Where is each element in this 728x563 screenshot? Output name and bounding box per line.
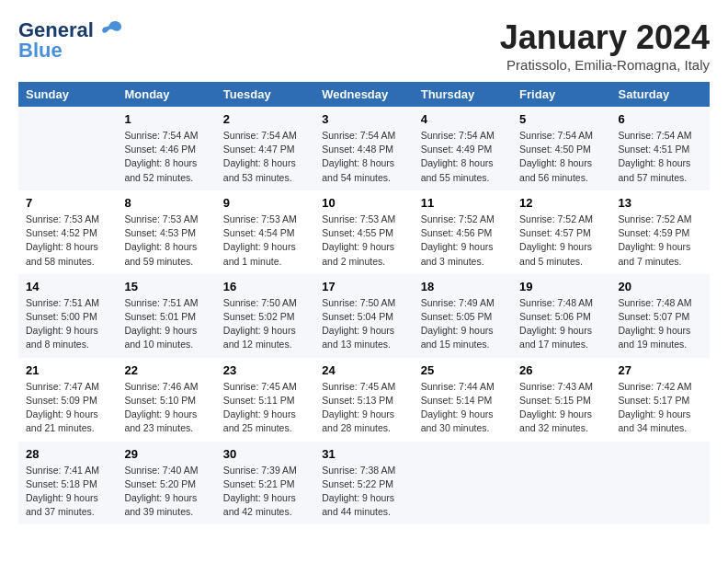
day-info: Sunrise: 7:53 AMSunset: 4:53 PMDaylight:… xyxy=(124,213,208,269)
sunrise-text: Sunrise: 7:42 AM xyxy=(619,381,692,392)
weekday-header-monday: Monday xyxy=(117,82,215,107)
sunrise-text: Sunrise: 7:49 AM xyxy=(421,297,495,308)
day-cell: 5Sunrise: 7:54 AMSunset: 4:50 PMDaylight… xyxy=(512,107,610,190)
week-row-2: 7Sunrise: 7:53 AMSunset: 4:52 PMDaylight… xyxy=(18,190,710,274)
day-info: Sunrise: 7:51 AMSunset: 5:01 PMDaylight:… xyxy=(124,296,208,352)
sunrise-text: Sunrise: 7:54 AM xyxy=(322,130,395,141)
daylight-text: Daylight: 9 hours and 23 minutes. xyxy=(124,408,197,433)
day-number: 8 xyxy=(124,196,208,210)
sunset-text: Sunset: 5:11 PM xyxy=(223,395,295,406)
day-info: Sunrise: 7:53 AMSunset: 4:55 PMDaylight:… xyxy=(322,213,405,269)
sunset-text: Sunset: 4:49 PM xyxy=(421,144,493,155)
daylight-text: Daylight: 9 hours and 12 minutes. xyxy=(223,325,296,350)
sunset-text: Sunset: 5:01 PM xyxy=(124,311,196,322)
sunrise-text: Sunrise: 7:45 AM xyxy=(223,381,297,392)
calendar-subtitle: Pratissolo, Emilia-Romagna, Italy xyxy=(500,57,710,73)
day-number: 27 xyxy=(619,363,702,377)
sunset-text: Sunset: 4:59 PM xyxy=(619,227,690,238)
day-info: Sunrise: 7:40 AMSunset: 5:20 PMDaylight:… xyxy=(124,464,208,520)
day-info: Sunrise: 7:54 AMSunset: 4:47 PMDaylight:… xyxy=(223,129,307,185)
sunrise-text: Sunrise: 7:47 AM xyxy=(26,381,99,392)
daylight-text: Daylight: 9 hours and 34 minutes. xyxy=(619,408,691,433)
day-cell: 7Sunrise: 7:53 AMSunset: 4:52 PMDaylight… xyxy=(18,190,117,274)
title-area: January 2024 Pratissolo, Emilia-Romagna,… xyxy=(500,18,710,73)
day-cell: 15Sunrise: 7:51 AMSunset: 5:01 PMDayligh… xyxy=(117,274,215,358)
day-info: Sunrise: 7:39 AMSunset: 5:21 PMDaylight:… xyxy=(223,464,307,520)
day-info: Sunrise: 7:53 AMSunset: 4:54 PMDaylight:… xyxy=(223,213,307,269)
day-number: 14 xyxy=(26,280,109,293)
sunset-text: Sunset: 5:17 PM xyxy=(619,395,690,406)
day-cell: 2Sunrise: 7:54 AMSunset: 4:47 PMDaylight… xyxy=(216,107,314,190)
daylight-text: Daylight: 9 hours and 5 minutes. xyxy=(519,241,592,266)
daylight-text: Daylight: 9 hours and 32 minutes. xyxy=(519,408,592,433)
sunset-text: Sunset: 5:04 PM xyxy=(322,311,393,322)
sunset-text: Sunset: 5:18 PM xyxy=(26,478,97,489)
sunrise-text: Sunrise: 7:53 AM xyxy=(322,213,395,224)
sunset-text: Sunset: 5:13 PM xyxy=(322,395,393,406)
day-number: 12 xyxy=(519,196,603,210)
sunset-text: Sunset: 5:21 PM xyxy=(223,478,295,489)
day-cell: 17Sunrise: 7:50 AMSunset: 5:04 PMDayligh… xyxy=(314,274,413,358)
sunset-text: Sunset: 5:00 PM xyxy=(26,311,97,322)
day-number: 10 xyxy=(322,196,405,210)
daylight-text: Daylight: 8 hours and 57 minutes. xyxy=(619,157,691,182)
day-number: 30 xyxy=(223,447,307,461)
header: General Blue January 2024 Pratissolo, Em… xyxy=(18,18,710,73)
week-row-5: 28Sunrise: 7:41 AMSunset: 5:18 PMDayligh… xyxy=(18,442,710,525)
day-cell: 22Sunrise: 7:46 AMSunset: 5:10 PMDayligh… xyxy=(117,358,215,442)
day-info: Sunrise: 7:46 AMSunset: 5:10 PMDaylight:… xyxy=(124,380,208,436)
day-number: 25 xyxy=(421,363,505,377)
sunrise-text: Sunrise: 7:48 AM xyxy=(619,297,692,308)
day-cell: 21Sunrise: 7:47 AMSunset: 5:09 PMDayligh… xyxy=(18,358,117,442)
sunrise-text: Sunrise: 7:52 AM xyxy=(421,213,495,224)
sunrise-text: Sunrise: 7:54 AM xyxy=(124,130,198,141)
day-number: 3 xyxy=(322,112,405,126)
day-info: Sunrise: 7:50 AMSunset: 5:02 PMDaylight:… xyxy=(223,296,307,352)
weekday-header-tuesday: Tuesday xyxy=(216,82,314,107)
sunrise-text: Sunrise: 7:46 AM xyxy=(124,381,198,392)
daylight-text: Daylight: 9 hours and 7 minutes. xyxy=(619,241,691,266)
sunrise-text: Sunrise: 7:52 AM xyxy=(619,213,692,224)
daylight-text: Daylight: 9 hours and 44 minutes. xyxy=(322,492,394,517)
logo-bird-icon xyxy=(97,19,123,41)
day-cell: 30Sunrise: 7:39 AMSunset: 5:21 PMDayligh… xyxy=(216,442,314,525)
day-info: Sunrise: 7:50 AMSunset: 5:04 PMDaylight:… xyxy=(322,296,405,352)
sunset-text: Sunset: 5:02 PM xyxy=(223,311,295,322)
daylight-text: Daylight: 9 hours and 21 minutes. xyxy=(26,408,98,433)
sunset-text: Sunset: 4:50 PM xyxy=(519,144,591,155)
daylight-text: Daylight: 8 hours and 52 minutes. xyxy=(124,157,197,182)
day-number: 1 xyxy=(124,112,208,126)
day-cell: 4Sunrise: 7:54 AMSunset: 4:49 PMDaylight… xyxy=(414,107,512,190)
day-info: Sunrise: 7:38 AMSunset: 5:22 PMDaylight:… xyxy=(322,464,405,520)
day-number: 2 xyxy=(223,112,307,126)
day-cell: 18Sunrise: 7:49 AMSunset: 5:05 PMDayligh… xyxy=(414,274,512,358)
sunrise-text: Sunrise: 7:45 AM xyxy=(322,381,395,392)
sunrise-text: Sunrise: 7:54 AM xyxy=(223,130,297,141)
day-info: Sunrise: 7:43 AMSunset: 5:15 PMDaylight:… xyxy=(519,380,603,436)
sunrise-text: Sunrise: 7:43 AM xyxy=(519,381,593,392)
weekday-header-row: SundayMondayTuesdayWednesdayThursdayFrid… xyxy=(18,82,710,107)
daylight-text: Daylight: 9 hours and 19 minutes. xyxy=(619,325,691,350)
sunrise-text: Sunrise: 7:50 AM xyxy=(322,297,395,308)
sunset-text: Sunset: 4:55 PM xyxy=(322,227,393,238)
sunset-text: Sunset: 5:15 PM xyxy=(519,395,591,406)
day-info: Sunrise: 7:44 AMSunset: 5:14 PMDaylight:… xyxy=(421,380,505,436)
sunset-text: Sunset: 5:09 PM xyxy=(26,395,97,406)
day-cell: 1Sunrise: 7:54 AMSunset: 4:46 PMDaylight… xyxy=(117,107,215,190)
day-cell: 29Sunrise: 7:40 AMSunset: 5:20 PMDayligh… xyxy=(117,442,215,525)
sunrise-text: Sunrise: 7:40 AM xyxy=(124,465,198,476)
day-info: Sunrise: 7:48 AMSunset: 5:07 PMDaylight:… xyxy=(619,296,702,352)
sunrise-text: Sunrise: 7:54 AM xyxy=(519,130,593,141)
day-number: 24 xyxy=(322,363,405,377)
daylight-text: Daylight: 9 hours and 13 minutes. xyxy=(322,325,394,350)
day-cell: 14Sunrise: 7:51 AMSunset: 5:00 PMDayligh… xyxy=(18,274,117,358)
day-number: 26 xyxy=(519,363,603,377)
day-info: Sunrise: 7:54 AMSunset: 4:50 PMDaylight:… xyxy=(519,129,603,185)
sunrise-text: Sunrise: 7:48 AM xyxy=(519,297,593,308)
daylight-text: Daylight: 9 hours and 28 minutes. xyxy=(322,408,394,433)
sunset-text: Sunset: 5:22 PM xyxy=(322,478,393,489)
day-cell: 12Sunrise: 7:52 AMSunset: 4:57 PMDayligh… xyxy=(512,190,610,274)
day-number: 4 xyxy=(421,112,505,126)
weekday-header-wednesday: Wednesday xyxy=(314,82,413,107)
daylight-text: Daylight: 9 hours and 30 minutes. xyxy=(421,408,494,433)
